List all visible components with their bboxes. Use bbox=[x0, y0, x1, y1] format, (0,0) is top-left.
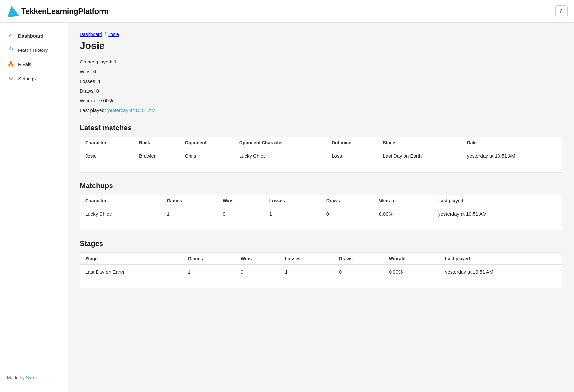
cell-mu-draws: 0 bbox=[321, 207, 374, 220]
sidebar-item-settings[interactable]: ⚙ Settings bbox=[0, 71, 68, 85]
col-mu-losses: Losses bbox=[264, 195, 321, 207]
layout: ⌂ Dashboard ⏱ Match History 🔥 Rivals ⚙ S… bbox=[0, 23, 574, 392]
latest-matches-table: Character Rank Opponent Opponent Charact… bbox=[80, 137, 562, 162]
stat-losses: Losses: 1 bbox=[80, 76, 562, 86]
stat-games-played-value: 1 bbox=[114, 59, 116, 64]
col-st-stage: Stage bbox=[80, 253, 182, 265]
breadcrumb: Dashboard / Josie bbox=[80, 32, 562, 37]
table-row: Last Day on Earth 1 0 1 0 0.00% yesterda… bbox=[80, 265, 562, 278]
col-mu-character: Character bbox=[80, 195, 161, 207]
col-mu-wins: Wins bbox=[217, 195, 264, 207]
footer-text: Made by bbox=[7, 375, 26, 380]
header: TekkenLearningPlatform ☾ bbox=[0, 0, 574, 23]
latest-matches-card: Character Rank Opponent Opponent Charact… bbox=[80, 137, 562, 173]
stat-winrate-label: Winrate: bbox=[80, 98, 99, 103]
cell-mu-last-played: yesterday at 10:51 AM bbox=[433, 207, 562, 220]
cell-stage: Last Day on Earth bbox=[378, 149, 462, 162]
stat-last-played: Last played: yesterday at 10:51 AM bbox=[80, 106, 562, 115]
sidebar-footer: Made by Stσrs bbox=[0, 369, 68, 386]
cell-opponent: Chris bbox=[180, 149, 234, 162]
home-icon: ⌂ bbox=[7, 32, 14, 39]
col-opponent: Opponent bbox=[180, 137, 234, 149]
breadcrumb-current[interactable]: Josie bbox=[108, 32, 119, 37]
stages-card: Stage Games Wins Losses Draws Winrate La… bbox=[80, 252, 562, 288]
sidebar-label-rivals: Rivals bbox=[18, 62, 31, 67]
col-character: Character bbox=[80, 137, 134, 149]
stat-last-played-value: yesterday at 10:51 AM bbox=[107, 107, 156, 113]
clock-icon: ⏱ bbox=[7, 46, 14, 53]
cell-rank: Brawler bbox=[134, 149, 180, 162]
stat-games-played: Games played: 1 bbox=[80, 57, 562, 67]
col-mu-games: Games bbox=[161, 195, 217, 207]
cell-st-last-played: yesterday at 10:51 AM bbox=[440, 265, 562, 278]
theme-toggle-button[interactable]: ☾ bbox=[555, 5, 568, 17]
sidebar-item-rivals[interactable]: 🔥 Rivals bbox=[0, 57, 68, 71]
main-content: Dashboard / Josie Josie Games played: 1 … bbox=[68, 23, 574, 392]
matchups-title: Matchups bbox=[80, 182, 562, 190]
stat-games-played-label: Games played: bbox=[80, 59, 114, 64]
stat-draws-label: Draws: bbox=[80, 88, 96, 94]
cell-st-wins: 0 bbox=[236, 265, 280, 278]
breadcrumb-separator: / bbox=[104, 32, 106, 37]
latest-matches-title: Latest matches bbox=[80, 124, 562, 132]
cell-opponent-character: Lucky Chloe bbox=[234, 149, 326, 162]
cell-st-stage: Last Day on Earth bbox=[80, 265, 182, 278]
sidebar-label-settings: Settings bbox=[18, 76, 36, 81]
stat-wins-label: Wins: bbox=[80, 69, 93, 74]
stat-wins: Wins: 0 bbox=[80, 67, 562, 76]
sidebar-item-dashboard[interactable]: ⌂ Dashboard bbox=[0, 28, 68, 43]
stages-header-row: Stage Games Wins Losses Draws Winrate La… bbox=[80, 253, 562, 265]
cell-st-winrate: 0.00% bbox=[384, 265, 440, 278]
cell-mu-games: 1 bbox=[161, 207, 217, 220]
col-mu-winrate: Winrate bbox=[374, 195, 433, 207]
table-row: Josie Brawler Chris Lucky Chloe Loss Las… bbox=[80, 149, 562, 162]
fire-icon: 🔥 bbox=[7, 61, 14, 68]
col-st-games: Games bbox=[182, 253, 236, 265]
page-title: Josie bbox=[80, 40, 562, 51]
sidebar-label-dashboard: Dashboard bbox=[18, 33, 43, 39]
cell-mu-character: Lucky Chloe bbox=[80, 207, 161, 220]
matchups-header-row: Character Games Wins Losses Draws Winrat… bbox=[80, 195, 562, 207]
stages-table: Stage Games Wins Losses Draws Winrate La… bbox=[80, 253, 562, 278]
col-date: Date bbox=[462, 137, 562, 149]
matchups-table: Character Games Wins Losses Draws Winrat… bbox=[80, 195, 562, 220]
col-stage: Stage bbox=[378, 137, 462, 149]
col-mu-last-played: Last played bbox=[433, 195, 562, 207]
stat-winrate: Winrate: 0.00% bbox=[80, 96, 562, 106]
breadcrumb-parent[interactable]: Dashboard bbox=[80, 32, 102, 37]
stat-draws-value: 0 bbox=[96, 88, 99, 94]
col-st-losses: Losses bbox=[280, 253, 334, 265]
cell-st-games: 1 bbox=[182, 265, 236, 278]
col-st-winrate: Winrate bbox=[384, 253, 440, 265]
cell-outcome: Loss bbox=[326, 149, 378, 162]
cell-mu-winrate: 0.00% bbox=[374, 207, 433, 220]
footer-link[interactable]: Stσrs bbox=[26, 375, 37, 380]
col-mu-draws: Draws bbox=[321, 195, 374, 207]
cell-st-losses: 1 bbox=[280, 265, 334, 278]
col-opponent-character: Opponent Character bbox=[234, 137, 326, 149]
table-row: Lucky Chloe 1 0 1 0 0.00% yesterday at 1… bbox=[80, 207, 562, 220]
sidebar: ⌂ Dashboard ⏱ Match History 🔥 Rivals ⚙ S… bbox=[0, 23, 68, 392]
logo-text: TekkenLearningPlatform bbox=[21, 7, 109, 16]
col-st-draws: Draws bbox=[334, 253, 384, 265]
stat-losses-value: 1 bbox=[98, 78, 100, 84]
gear-icon: ⚙ bbox=[7, 75, 14, 82]
stages-title: Stages bbox=[80, 240, 562, 248]
cell-mu-losses: 1 bbox=[264, 207, 321, 220]
latest-matches-header-row: Character Rank Opponent Opponent Charact… bbox=[80, 137, 562, 149]
col-st-last-played: Last played bbox=[440, 253, 562, 265]
col-st-wins: Wins bbox=[236, 253, 280, 265]
stats-block: Games played: 1 Wins: 0 Losses: 1 Draws:… bbox=[80, 57, 562, 115]
sidebar-nav: ⌂ Dashboard ⏱ Match History 🔥 Rivals ⚙ S… bbox=[0, 28, 68, 85]
sidebar-item-match-history[interactable]: ⏱ Match History bbox=[0, 43, 68, 57]
logo-triangle-icon bbox=[6, 5, 19, 17]
stat-last-played-label: Last played: bbox=[80, 107, 107, 113]
cell-st-draws: 0 bbox=[334, 265, 384, 278]
matchups-card: Character Games Wins Losses Draws Winrat… bbox=[80, 195, 562, 230]
cell-mu-wins: 0 bbox=[217, 207, 264, 220]
stat-winrate-value: 0.00% bbox=[99, 98, 113, 103]
theme-icon: ☾ bbox=[559, 8, 564, 14]
col-rank: Rank bbox=[134, 137, 180, 149]
cell-date: yesterday at 10:51 AM bbox=[462, 149, 562, 162]
cell-character: Josie bbox=[80, 149, 134, 162]
